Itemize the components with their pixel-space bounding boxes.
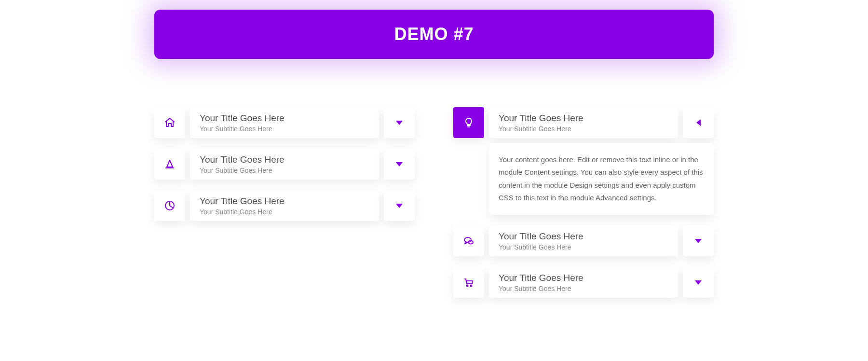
accordion-title: Your Title Goes Here xyxy=(200,154,369,166)
header-banner: DEMO #7 xyxy=(154,10,714,59)
pie-chart-icon xyxy=(154,190,185,221)
accordion-header[interactable]: Your Title Goes Here Your Subtitle Goes … xyxy=(154,190,415,221)
accordion-item: Your Title Goes Here Your Subtitle Goes … xyxy=(154,107,415,138)
accordion-text: Your Title Goes Here Your Subtitle Goes … xyxy=(489,107,678,138)
accordion-subtitle: Your Subtitle Goes Here xyxy=(200,125,369,133)
accordion-item: Your Title Goes Here Your Subtitle Goes … xyxy=(154,190,415,221)
columns-wrapper: Your Title Goes Here Your Subtitle Goes … xyxy=(154,107,714,298)
toggle-button[interactable] xyxy=(683,107,714,138)
toggle-button[interactable] xyxy=(683,267,714,298)
toggle-button[interactable] xyxy=(384,190,415,221)
accordion-title: Your Title Goes Here xyxy=(200,195,369,208)
caret-down-icon xyxy=(695,280,702,285)
accordion-title: Your Title Goes Here xyxy=(499,112,668,125)
accordion-item: Your Title Goes Here Your Subtitle Goes … xyxy=(453,225,714,256)
accordion-subtitle: Your Subtitle Goes Here xyxy=(499,285,668,292)
accordion-text: Your Title Goes Here Your Subtitle Goes … xyxy=(190,190,379,221)
caret-left-icon xyxy=(696,119,701,126)
accordion-content: Your content goes here. Edit or remove t… xyxy=(489,143,714,215)
accordion-text: Your Title Goes Here Your Subtitle Goes … xyxy=(489,267,678,298)
accordion-subtitle: Your Subtitle Goes Here xyxy=(200,167,369,174)
svg-point-5 xyxy=(471,285,472,287)
accordion-header[interactable]: Your Title Goes Here Your Subtitle Goes … xyxy=(453,225,714,256)
accordion-subtitle: Your Subtitle Goes Here xyxy=(200,208,369,216)
caret-down-icon xyxy=(396,162,403,167)
svg-point-4 xyxy=(467,285,468,287)
accordion-content-panel: Your content goes here. Edit or remove t… xyxy=(453,143,714,215)
accordion-subtitle: Your Subtitle Goes Here xyxy=(499,243,668,251)
accordion-header[interactable]: Your Title Goes Here Your Subtitle Goes … xyxy=(154,149,415,180)
accordion-header[interactable]: Your Title Goes Here Your Subtitle Goes … xyxy=(453,267,714,298)
toggle-button[interactable] xyxy=(384,107,415,138)
accordion-item: Your Title Goes Here Your Subtitle Goes … xyxy=(154,149,415,180)
page-title: DEMO #7 xyxy=(169,24,699,44)
accordion-title: Your Title Goes Here xyxy=(499,272,668,284)
caret-down-icon xyxy=(396,204,403,208)
accordion-header[interactable]: Your Title Goes Here Your Subtitle Goes … xyxy=(453,107,714,138)
accordion-title: Your Title Goes Here xyxy=(200,112,369,125)
accordion-title: Your Title Goes Here xyxy=(499,231,668,243)
toggle-button[interactable] xyxy=(384,149,415,180)
accordion-item-open: Your Title Goes Here Your Subtitle Goes … xyxy=(453,107,714,215)
svg-point-2 xyxy=(464,237,471,242)
accordion-item: Your Title Goes Here Your Subtitle Goes … xyxy=(453,267,714,298)
caret-down-icon xyxy=(695,239,702,243)
accordion-text: Your Title Goes Here Your Subtitle Goes … xyxy=(489,225,678,256)
lightbulb-icon xyxy=(453,107,484,138)
chat-icon xyxy=(453,225,484,256)
accordion-text: Your Title Goes Here Your Subtitle Goes … xyxy=(190,149,379,180)
accordion-subtitle: Your Subtitle Goes Here xyxy=(499,125,668,133)
house-icon xyxy=(154,107,185,138)
left-column: Your Title Goes Here Your Subtitle Goes … xyxy=(154,107,415,298)
caret-down-icon xyxy=(396,121,403,125)
content-spacer xyxy=(453,143,484,215)
accordion-header[interactable]: Your Title Goes Here Your Subtitle Goes … xyxy=(154,107,415,138)
cart-icon xyxy=(453,267,484,298)
right-column: Your Title Goes Here Your Subtitle Goes … xyxy=(453,107,714,298)
cone-icon xyxy=(154,149,185,180)
toggle-button[interactable] xyxy=(683,225,714,256)
accordion-text: Your Title Goes Here Your Subtitle Goes … xyxy=(190,107,379,138)
